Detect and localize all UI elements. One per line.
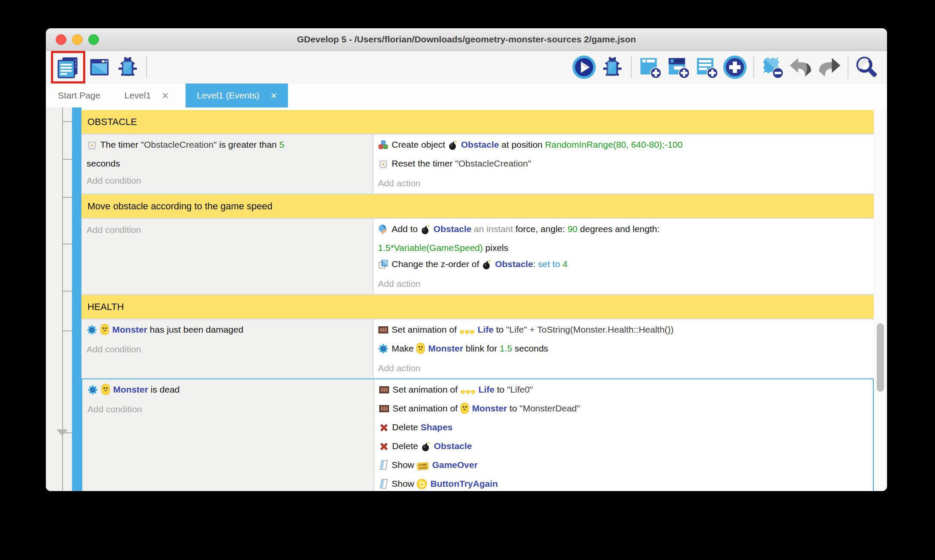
play-button[interactable] [570, 53, 598, 81]
add-condition-button[interactable]: Add condition [87, 401, 369, 417]
add-action-button[interactable]: Add action [378, 360, 869, 376]
add-condition-button[interactable]: Add condition [87, 222, 368, 238]
event-row[interactable]: Add conditionAdd to Obstacle an instant … [81, 218, 874, 294]
actions-cell: Add to Obstacle an instant force, angle:… [374, 219, 874, 294]
condition-item[interactable]: GMonster is dead [87, 381, 369, 400]
group-indent-bar [72, 107, 81, 491]
action-item[interactable]: Add to Obstacle an instant force, angle:… [378, 221, 869, 256]
gameover-icon: GAMEOVER [417, 459, 429, 476]
action-item[interactable]: Set animation of Life to "Life0" [379, 381, 869, 400]
preview-debugger-button[interactable] [598, 53, 626, 81]
actions-cell: Set animation of Life to "Life" + ToStri… [374, 319, 874, 378]
text-token: force, angle: [515, 224, 567, 234]
text-token: Monster [112, 325, 147, 334]
add-condition-button[interactable]: Add condition [87, 341, 368, 357]
action-item[interactable]: Show GAMEOVERGameOver [379, 457, 869, 476]
add-comment-button[interactable] [692, 53, 721, 81]
text-token: 4 [563, 259, 568, 269]
margin-tick [63, 197, 72, 198]
toolbar-divider [146, 56, 147, 78]
text-token: "MonsterDead" [519, 403, 580, 413]
add-comment-icon [695, 56, 718, 79]
text-token: Monster [113, 384, 148, 394]
debugger-button[interactable] [114, 53, 142, 81]
action-item[interactable]: Reset the timer "ObstacleCreation" [378, 155, 869, 174]
events-sheet: OBSTACLEThe timer "ObstacleCreation" is … [46, 107, 887, 491]
text-token: Set animation of [393, 403, 460, 413]
tab-close-icon[interactable]: × [162, 90, 168, 101]
tryagain-icon [417, 478, 427, 491]
text-token: Show [392, 460, 417, 470]
monster-icon [101, 384, 110, 400]
text-token: Set animation of [392, 325, 459, 334]
action-item[interactable]: Show ButtonTryAgain [379, 476, 869, 491]
action-item[interactable]: Set animation of Life to "Life" + ToStri… [378, 322, 869, 340]
margin-tick [63, 331, 72, 331]
gear-icon: G [87, 384, 98, 400]
scrollbar-track[interactable] [874, 107, 887, 491]
tab-close-icon[interactable]: × [270, 90, 277, 101]
text-token: 1.5*Variable(GameSpeed) [378, 243, 483, 253]
text-token: "Life0" [507, 384, 533, 394]
text-token: Add to [392, 224, 420, 234]
redo-button[interactable] [815, 53, 843, 81]
tab-level1[interactable]: Level1 × [112, 83, 180, 107]
conditions-cell: GMonster has just been damagedAdd condit… [81, 319, 374, 378]
events-sheet-button[interactable] [51, 51, 85, 83]
add-condition-button[interactable]: Add condition [87, 173, 368, 189]
text-token: Obstacle [461, 140, 499, 149]
text-token: 90 [567, 224, 577, 234]
event-group-header[interactable]: OBSTACLE [81, 110, 874, 134]
text-token: The timer [100, 140, 141, 149]
text-token: : [533, 259, 538, 269]
action-item[interactable]: GMake Monster blink for 1.5 seconds [378, 340, 869, 359]
text-token: seconds [87, 158, 120, 168]
collapse-triangle-icon[interactable] [57, 429, 68, 436]
bomb-icon [421, 441, 431, 457]
tab-start-page[interactable]: Start Page [46, 83, 112, 107]
actions-cell: Set animation of Life to "Life0"Set anim… [375, 379, 873, 491]
condition-item[interactable]: GMonster has just been damaged [87, 322, 368, 340]
redo-icon [817, 57, 841, 78]
add-action-button[interactable]: Add action [378, 175, 869, 191]
action-item[interactable]: Delete Shapes [379, 419, 869, 438]
events-margin [46, 107, 72, 491]
choose-event-button[interactable] [721, 53, 749, 81]
event-row[interactable]: GMonster has just been damagedAdd condit… [81, 319, 874, 378]
action-item[interactable]: Change the z-order of Obstacle: set to 4 [378, 256, 869, 275]
tab-level1-events[interactable]: Level1 (Events) × [186, 83, 288, 107]
text-token: pixels [483, 243, 509, 253]
debugger-icon [601, 56, 624, 79]
text-token: seconds [512, 343, 548, 353]
timer-icon [378, 158, 389, 174]
event-group-header[interactable]: Move obstacle according to the game spee… [81, 194, 874, 218]
svg-text:OVER: OVER [419, 466, 427, 470]
action-item[interactable]: Set animation of Monster to "MonsterDead… [379, 400, 869, 419]
action-item[interactable]: Create object Obstacle at position Rando… [378, 137, 869, 155]
add-action-button[interactable]: Add action [378, 276, 869, 292]
event-row[interactable]: The timer "ObstacleCreation" is greater … [81, 134, 874, 194]
action-item[interactable]: Delete Obstacle [379, 438, 869, 457]
toolbar [46, 51, 887, 83]
search-events-button[interactable] [853, 53, 881, 81]
unselect-events-button[interactable] [758, 53, 787, 81]
text-token: 1.5 [500, 343, 512, 353]
scene-editor-button[interactable] [85, 53, 114, 81]
undo-button[interactable] [787, 53, 815, 81]
play-icon [572, 55, 596, 80]
toolbar-divider [631, 56, 632, 78]
event-rows: OBSTACLEThe timer "ObstacleCreation" is … [81, 107, 874, 491]
add-event-button[interactable] [636, 53, 664, 81]
svg-text:G: G [381, 346, 385, 352]
add-subevent-button[interactable] [664, 53, 692, 81]
event-group-header[interactable]: HEALTH [81, 294, 874, 319]
scene-editor-icon [88, 56, 111, 79]
text-token: 5 [279, 140, 285, 149]
condition-item[interactable]: The timer "ObstacleCreation" is greater … [87, 137, 368, 172]
text-token: is dead [148, 384, 180, 394]
animation-icon [379, 403, 390, 419]
tab-label: Level1 [124, 90, 151, 101]
monster-icon [460, 402, 469, 419]
scrollbar-thumb[interactable] [877, 323, 884, 392]
event-row-selected[interactable]: GMonster is deadAdd conditionSet animati… [81, 378, 874, 491]
